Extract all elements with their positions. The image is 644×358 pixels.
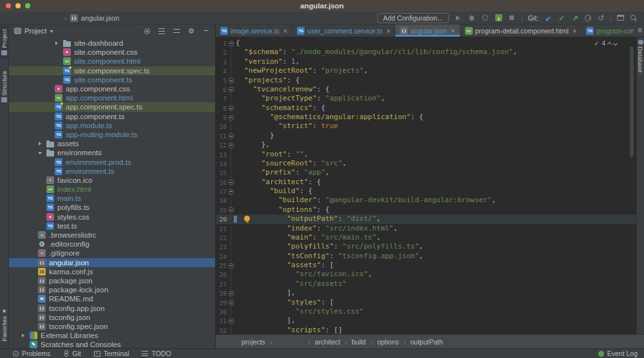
- code-line[interactable]: 13 "root": "",: [216, 150, 636, 159]
- fold-marker-icon[interactable]: [229, 41, 234, 46]
- tree-item[interactable]: TStest.ts: [9, 221, 215, 231]
- tree-item[interactable]: #app.component.css: [9, 84, 215, 93]
- code-line[interactable]: 29 "styles": [: [216, 298, 636, 307]
- fold-marker-icon[interactable]: [229, 115, 234, 120]
- tree-item[interactable]: { }package-lock.json: [9, 285, 215, 294]
- tree-item[interactable]: environments: [9, 148, 215, 157]
- zoom-window-icon[interactable]: [25, 3, 30, 8]
- tree-item[interactable]: <>app.component.html: [9, 93, 215, 102]
- collapse-all-icon[interactable]: [158, 28, 165, 34]
- git-update-icon[interactable]: ↙: [544, 14, 552, 22]
- tool-window-button-favorites[interactable]: ★ Favorites: [0, 305, 9, 344]
- code-line[interactable]: 7 "projectType": "application",: [216, 94, 636, 103]
- tree-item[interactable]: JSkarma.conf.js: [9, 267, 215, 276]
- code-line[interactable]: 24 "tsConfig": "tsconfig.app.json",: [216, 252, 636, 261]
- tree-item[interactable]: TSsite.component.ts: [9, 75, 215, 84]
- fold-marker-icon[interactable]: [229, 180, 234, 185]
- expand-arrow-icon[interactable]: [37, 150, 43, 156]
- tree-item[interactable]: { }tsconfig.app.json: [9, 303, 215, 312]
- code-line[interactable]: 11 }: [216, 131, 636, 140]
- tree-item[interactable]: #styles.css: [9, 212, 215, 221]
- tool-window-button-structure[interactable]: Structure: [0, 68, 9, 106]
- code-line[interactable]: 26 "src/favicon.ico",: [216, 270, 636, 279]
- close-tab-icon[interactable]: ×: [283, 28, 287, 34]
- git-commit-icon[interactable]: ✓: [558, 14, 565, 22]
- status-git[interactable]: Git: [63, 350, 80, 357]
- fold-marker-icon[interactable]: [229, 133, 234, 138]
- locate-icon[interactable]: [143, 27, 151, 35]
- fold-marker-icon[interactable]: [229, 78, 234, 83]
- project-view-selector[interactable]: Project: [14, 27, 53, 35]
- tree-item[interactable]: ⚙.editorconfig: [9, 240, 215, 249]
- fold-marker-icon[interactable]: [229, 319, 234, 324]
- stop-icon[interactable]: [508, 14, 516, 22]
- rollback-icon[interactable]: ↺: [597, 14, 605, 22]
- close-tab-icon[interactable]: ×: [573, 28, 576, 34]
- status-event-log[interactable]: Event Log: [598, 350, 638, 357]
- tree-item[interactable]: TSapp.component.ts: [9, 112, 215, 121]
- run-icon[interactable]: [455, 14, 462, 22]
- fold-marker-icon[interactable]: [229, 300, 234, 305]
- fold-marker-icon[interactable]: [229, 189, 234, 194]
- code-line[interactable]: 2 "$schema": "./node_modules/@angular/cl…: [216, 48, 636, 57]
- tool-window-button-project[interactable]: Project: [0, 26, 9, 59]
- expand-arrow-icon[interactable]: [21, 333, 26, 339]
- fold-marker-icon[interactable]: [229, 87, 234, 92]
- tree-item[interactable]: TSapp-routing.module.ts: [9, 130, 215, 139]
- code-editor[interactable]: 1{2 "$schema": "./node_modules/@angular/…: [216, 37, 636, 334]
- code-line[interactable]: 15 "prefix": "app",: [216, 168, 636, 177]
- breadcrumb-item[interactable]: projects: [242, 338, 265, 346]
- editor-tab[interactable]: <>program-detail.component.html×: [460, 24, 582, 37]
- tree-item[interactable]: External Libraries: [9, 331, 215, 340]
- status-todo[interactable]: TODO: [142, 350, 171, 357]
- settings-icon[interactable]: ⚙: [187, 27, 195, 35]
- tree-item[interactable]: <>site.component.html: [9, 57, 215, 66]
- tree-item[interactable]: ◆.gitignore: [9, 249, 215, 258]
- tree-item[interactable]: { }package.json: [9, 276, 215, 285]
- tree-item[interactable]: { }angular.json: [9, 258, 215, 267]
- tree-item[interactable]: TSenvironment.ts: [9, 167, 215, 176]
- code-line[interactable]: 17 "build": {: [216, 187, 636, 196]
- code-line[interactable]: 10 "strict": true: [216, 122, 636, 131]
- breadcrumb-item[interactable]: architect: [315, 338, 341, 346]
- tool-window-button-database[interactable]: Database: [637, 46, 644, 73]
- editor-tab[interactable]: TSuser_comment.service.ts×: [292, 24, 395, 37]
- code-line[interactable]: 14 "sourceRoot": "src",: [216, 159, 636, 168]
- tree-item[interactable]: { }tsconfig.json: [9, 313, 215, 322]
- history-icon[interactable]: [585, 15, 591, 21]
- close-window-icon[interactable]: [6, 3, 11, 8]
- editor-tab[interactable]: TSimage.service.ts×: [216, 24, 292, 37]
- close-tab-icon[interactable]: ×: [386, 28, 390, 34]
- code-line[interactable]: 21 "index": "src/index.html",: [216, 224, 636, 233]
- search-icon[interactable]: [630, 14, 638, 22]
- editor-tab[interactable]: { }angular.json×: [395, 24, 460, 37]
- tree-item[interactable]: TSapp.component.spec.ts: [9, 102, 215, 111]
- code-line[interactable]: 30 "src/styles.css": [216, 307, 636, 316]
- expand-all-icon[interactable]: [173, 29, 180, 33]
- fold-marker-icon[interactable]: [229, 106, 234, 111]
- code-line[interactable]: 6 "tvcancelrenew": {: [216, 85, 636, 94]
- code-line[interactable]: 19 "options": {: [216, 205, 636, 214]
- tree-item[interactable]: TSpolyfills.ts: [9, 203, 215, 212]
- breadcrumb-item[interactable]: build: [352, 338, 366, 346]
- code-line[interactable]: 1{: [216, 39, 636, 48]
- editor-tab[interactable]: TSprogram-comments.component.ts×: [582, 24, 634, 37]
- minimize-window-icon[interactable]: [15, 3, 21, 8]
- add-configuration-button[interactable]: Add Configuration...: [377, 13, 449, 23]
- tree-item[interactable]: { }tsconfig.spec.json: [9, 322, 215, 331]
- tree-item[interactable]: ≡favicon.ico: [9, 176, 215, 185]
- expand-arrow-icon[interactable]: [54, 41, 60, 46]
- code-line[interactable]: 4 "newProjectRoot": "projects",: [216, 66, 636, 75]
- code-line[interactable]: 22 "main": "src/main.ts",: [216, 233, 636, 242]
- fold-marker-icon[interactable]: [229, 207, 234, 212]
- tree-item[interactable]: ✎Scratches and Consoles: [9, 340, 215, 348]
- code-line[interactable]: 9 "@schematics/angular:application": {: [216, 113, 636, 122]
- window-icon[interactable]: [617, 15, 624, 21]
- fold-marker-icon[interactable]: [229, 291, 234, 296]
- code-line[interactable]: 16 "architect": {: [216, 178, 636, 187]
- editor-scrollbar[interactable]: [630, 46, 634, 157]
- code-line[interactable]: 3 "version": 1,: [216, 57, 636, 66]
- status-problems[interactable]: Problems: [13, 350, 50, 357]
- tree-item[interactable]: TSenvironment.prod.ts: [9, 157, 215, 166]
- tree-item[interactable]: MREADME.md: [9, 294, 215, 303]
